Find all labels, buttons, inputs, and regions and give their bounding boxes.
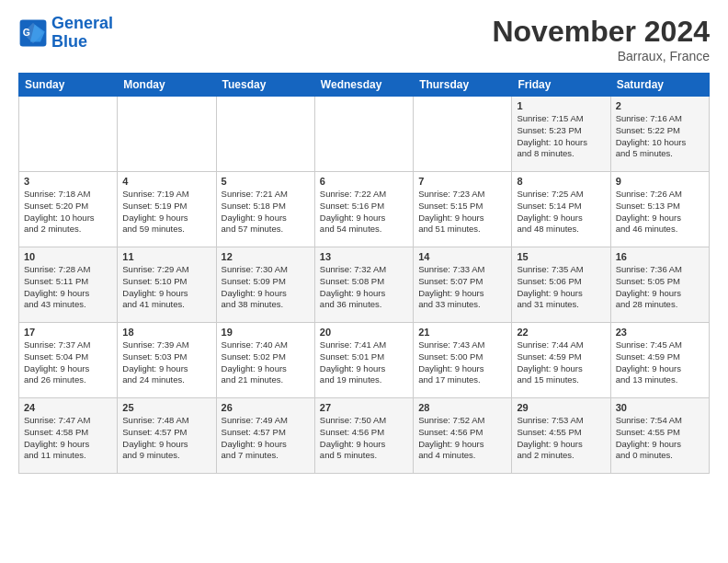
logo-line2: Blue (51, 32, 87, 51)
day-number: 23 (616, 327, 704, 338)
calendar-cell (118, 97, 216, 172)
day-info: Sunrise: 7:22 AM Sunset: 5:16 PM Dayligh… (320, 189, 408, 236)
day-info: Sunrise: 7:32 AM Sunset: 5:08 PM Dayligh… (320, 264, 408, 311)
day-number: 14 (418, 251, 506, 262)
calendar-cell: 6Sunrise: 7:22 AM Sunset: 5:16 PM Daylig… (314, 172, 413, 247)
day-info: Sunrise: 7:47 AM Sunset: 4:58 PM Dayligh… (24, 415, 112, 462)
day-number: 19 (222, 327, 310, 338)
header-tuesday: Tuesday (216, 74, 314, 97)
calendar-table: Sunday Monday Tuesday Wednesday Thursday… (18, 73, 710, 474)
day-info: Sunrise: 7:49 AM Sunset: 4:57 PM Dayligh… (222, 415, 310, 462)
day-number: 18 (122, 327, 210, 338)
day-number: 20 (320, 327, 408, 338)
day-number: 25 (122, 402, 210, 413)
calendar-cell: 10Sunrise: 7:28 AM Sunset: 5:11 PM Dayli… (19, 247, 118, 323)
calendar-cell: 29Sunrise: 7:53 AM Sunset: 4:55 PM Dayli… (512, 398, 610, 474)
page: G General Blue November 2024 Barraux, Fr… (0, 0, 728, 483)
calendar-cell: 16Sunrise: 7:36 AM Sunset: 5:05 PM Dayli… (610, 247, 709, 323)
day-number: 3 (24, 176, 112, 187)
calendar-week-1: 3Sunrise: 7:18 AM Sunset: 5:20 PM Daylig… (19, 172, 710, 247)
header-saturday: Saturday (610, 74, 709, 97)
day-number: 9 (616, 176, 704, 187)
header: G General Blue November 2024 Barraux, Fr… (18, 15, 710, 63)
header-row: Sunday Monday Tuesday Wednesday Thursday… (19, 74, 710, 97)
day-info: Sunrise: 7:50 AM Sunset: 4:56 PM Dayligh… (320, 415, 408, 462)
calendar-week-4: 24Sunrise: 7:47 AM Sunset: 4:58 PM Dayli… (19, 398, 710, 474)
day-info: Sunrise: 7:23 AM Sunset: 5:15 PM Dayligh… (418, 189, 506, 236)
calendar-body: 1Sunrise: 7:15 AM Sunset: 5:23 PM Daylig… (19, 97, 710, 474)
day-info: Sunrise: 7:45 AM Sunset: 4:59 PM Dayligh… (616, 339, 704, 386)
day-number: 30 (616, 402, 704, 413)
svg-text:G: G (23, 28, 30, 38)
calendar-cell: 17Sunrise: 7:37 AM Sunset: 5:04 PM Dayli… (19, 323, 118, 398)
calendar-cell: 24Sunrise: 7:47 AM Sunset: 4:58 PM Dayli… (19, 398, 118, 474)
title-block: November 2024 Barraux, France (492, 15, 710, 63)
calendar-cell: 7Sunrise: 7:23 AM Sunset: 5:15 PM Daylig… (414, 172, 512, 247)
day-number: 26 (222, 402, 310, 413)
day-number: 17 (24, 327, 112, 338)
day-number: 5 (222, 176, 310, 187)
calendar-cell: 25Sunrise: 7:48 AM Sunset: 4:57 PM Dayli… (118, 398, 216, 474)
day-info: Sunrise: 7:28 AM Sunset: 5:11 PM Dayligh… (24, 264, 112, 311)
day-info: Sunrise: 7:36 AM Sunset: 5:05 PM Dayligh… (616, 264, 704, 311)
day-number: 12 (222, 251, 310, 262)
day-info: Sunrise: 7:52 AM Sunset: 4:56 PM Dayligh… (418, 415, 506, 462)
calendar-cell: 3Sunrise: 7:18 AM Sunset: 5:20 PM Daylig… (19, 172, 118, 247)
calendar-cell: 27Sunrise: 7:50 AM Sunset: 4:56 PM Dayli… (314, 398, 413, 474)
calendar-cell (216, 97, 314, 172)
day-number: 11 (122, 251, 210, 262)
calendar-week-3: 17Sunrise: 7:37 AM Sunset: 5:04 PM Dayli… (19, 323, 710, 398)
day-info: Sunrise: 7:30 AM Sunset: 5:09 PM Dayligh… (222, 264, 310, 311)
day-number: 1 (517, 100, 605, 111)
day-number: 7 (418, 176, 506, 187)
day-number: 28 (418, 402, 506, 413)
day-info: Sunrise: 7:35 AM Sunset: 5:06 PM Dayligh… (517, 264, 605, 311)
day-number: 29 (517, 402, 605, 413)
day-info: Sunrise: 7:29 AM Sunset: 5:10 PM Dayligh… (122, 264, 210, 311)
calendar-cell: 18Sunrise: 7:39 AM Sunset: 5:03 PM Dayli… (118, 323, 216, 398)
calendar-cell: 5Sunrise: 7:21 AM Sunset: 5:18 PM Daylig… (216, 172, 314, 247)
day-number: 24 (24, 402, 112, 413)
day-info: Sunrise: 7:40 AM Sunset: 5:02 PM Dayligh… (222, 339, 310, 386)
day-info: Sunrise: 7:18 AM Sunset: 5:20 PM Dayligh… (24, 189, 112, 236)
day-info: Sunrise: 7:37 AM Sunset: 5:04 PM Dayligh… (24, 339, 112, 386)
day-number: 16 (616, 251, 704, 262)
day-info: Sunrise: 7:25 AM Sunset: 5:14 PM Dayligh… (517, 189, 605, 236)
day-info: Sunrise: 7:16 AM Sunset: 5:22 PM Dayligh… (616, 113, 704, 160)
day-info: Sunrise: 7:54 AM Sunset: 4:55 PM Dayligh… (616, 415, 704, 462)
header-wednesday: Wednesday (314, 74, 413, 97)
calendar-cell (314, 97, 413, 172)
day-info: Sunrise: 7:33 AM Sunset: 5:07 PM Dayligh… (418, 264, 506, 311)
logo-line1: General (51, 14, 113, 32)
day-info: Sunrise: 7:44 AM Sunset: 4:59 PM Dayligh… (517, 339, 605, 386)
calendar-cell: 4Sunrise: 7:19 AM Sunset: 5:19 PM Daylig… (118, 172, 216, 247)
calendar-cell: 19Sunrise: 7:40 AM Sunset: 5:02 PM Dayli… (216, 323, 314, 398)
day-number: 6 (320, 176, 408, 187)
header-thursday: Thursday (414, 74, 512, 97)
day-info: Sunrise: 7:43 AM Sunset: 5:00 PM Dayligh… (418, 339, 506, 386)
day-info: Sunrise: 7:53 AM Sunset: 4:55 PM Dayligh… (517, 415, 605, 462)
calendar-cell: 14Sunrise: 7:33 AM Sunset: 5:07 PM Dayli… (414, 247, 512, 323)
day-number: 8 (517, 176, 605, 187)
calendar-week-2: 10Sunrise: 7:28 AM Sunset: 5:11 PM Dayli… (19, 247, 710, 323)
calendar-cell: 12Sunrise: 7:30 AM Sunset: 5:09 PM Dayli… (216, 247, 314, 323)
calendar-cell: 8Sunrise: 7:25 AM Sunset: 5:14 PM Daylig… (512, 172, 610, 247)
calendar-week-0: 1Sunrise: 7:15 AM Sunset: 5:23 PM Daylig… (19, 97, 710, 172)
calendar-cell: 11Sunrise: 7:29 AM Sunset: 5:10 PM Dayli… (118, 247, 216, 323)
day-info: Sunrise: 7:48 AM Sunset: 4:57 PM Dayligh… (122, 415, 210, 462)
location: Barraux, France (492, 49, 710, 63)
calendar-cell: 20Sunrise: 7:41 AM Sunset: 5:01 PM Dayli… (314, 323, 413, 398)
calendar-cell: 21Sunrise: 7:43 AM Sunset: 5:00 PM Dayli… (414, 323, 512, 398)
calendar-cell: 30Sunrise: 7:54 AM Sunset: 4:55 PM Dayli… (610, 398, 709, 474)
calendar-cell (19, 97, 118, 172)
day-number: 10 (24, 251, 112, 262)
calendar-cell: 1Sunrise: 7:15 AM Sunset: 5:23 PM Daylig… (512, 97, 610, 172)
day-info: Sunrise: 7:39 AM Sunset: 5:03 PM Dayligh… (122, 339, 210, 386)
calendar-cell: 22Sunrise: 7:44 AM Sunset: 4:59 PM Dayli… (512, 323, 610, 398)
day-number: 13 (320, 251, 408, 262)
logo-icon: G (18, 18, 48, 48)
day-number: 15 (517, 251, 605, 262)
calendar-cell: 28Sunrise: 7:52 AM Sunset: 4:56 PM Dayli… (414, 398, 512, 474)
calendar-cell: 23Sunrise: 7:45 AM Sunset: 4:59 PM Dayli… (610, 323, 709, 398)
calendar-cell: 13Sunrise: 7:32 AM Sunset: 5:08 PM Dayli… (314, 247, 413, 323)
